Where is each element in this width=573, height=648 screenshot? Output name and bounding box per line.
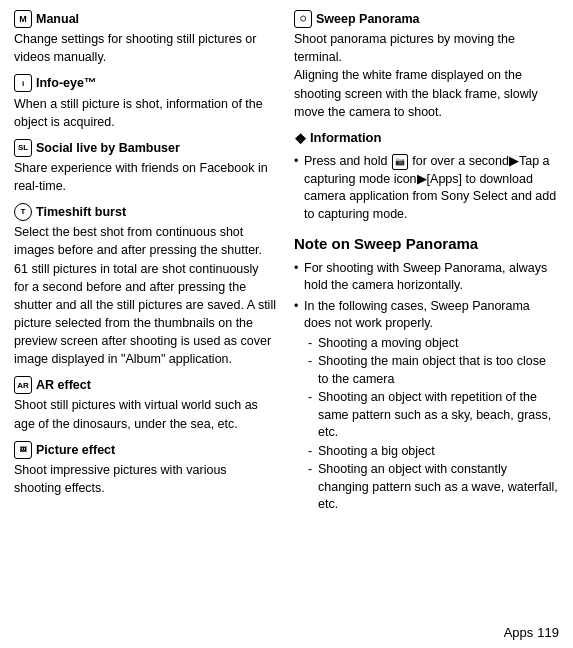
manual-body: Change settings for shooting still pictu… (14, 30, 276, 66)
note-sub-3: Shooting an object with repetition of th… (304, 389, 559, 442)
note-sub-4: Shooting a big object (304, 443, 559, 461)
areffect-body: Shoot still pictures with virtual world … (14, 396, 276, 432)
manual-label: Manual (36, 10, 79, 28)
infoeye-icon: i (14, 74, 32, 92)
timeshift-body: Select the best shot from continuous sho… (14, 223, 276, 368)
infoeye-body: When a still picture is shot, informatio… (14, 95, 276, 131)
information-section: ❖ Information Press and hold 📷 for over … (294, 129, 559, 223)
section-areffect-title: AR AR effect (14, 376, 276, 394)
apps-label: Apps (504, 625, 534, 640)
for-over-text: for over a second (412, 154, 509, 168)
pictureeffect-label: Picture effect (36, 441, 115, 459)
areffect-label: AR effect (36, 376, 91, 394)
information-list: Press and hold 📷 for over a second▶Tap a… (294, 153, 559, 223)
press-hold-text: Press and hold (304, 154, 387, 168)
section-timeshift-title: T Timeshift burst (14, 203, 276, 221)
note-list: For shooting with Sweep Panorama, always… (294, 260, 559, 514)
sweep-body1: Shoot panorama pictures by moving the te… (294, 32, 515, 64)
note-item-1: For shooting with Sweep Panorama, always… (294, 260, 559, 295)
note-title: Note on Sweep Panorama (294, 233, 559, 255)
sweep-label: Sweep Panorama (316, 10, 420, 28)
note-item-1-text: For shooting with Sweep Panorama, always… (304, 261, 547, 293)
information-item-1: Press and hold 📷 for over a second▶Tap a… (294, 153, 559, 223)
information-label: Information (310, 129, 382, 148)
note-item-2-text: In the following cases, Sweep Panorama d… (304, 299, 530, 331)
camera-icon: 📷 (392, 154, 408, 170)
sweep-body2: Aligning the white frame displayed on th… (294, 68, 538, 118)
right-column: ⬡ Sweep Panorama Shoot panorama pictures… (286, 0, 573, 648)
sweep-body: Shoot panorama pictures by moving the te… (294, 30, 559, 121)
infoeye-label: Info-eye™ (36, 74, 96, 92)
diamond-icon: ❖ (294, 129, 307, 149)
section-infoeye-title: i Info-eye™ (14, 74, 276, 92)
note-item-2: In the following cases, Sweep Panorama d… (294, 298, 559, 514)
note-sub-1: Shooting a moving object (304, 335, 559, 353)
timeshift-label: Timeshift burst (36, 203, 126, 221)
areffect-icon: AR (14, 376, 32, 394)
sociallive-icon: SL (14, 139, 32, 157)
sweep-icon: ⬡ (294, 10, 312, 28)
note-sub-5: Shooting an object with constantly chang… (304, 461, 559, 514)
sweep-title: ⬡ Sweep Panorama (294, 10, 559, 28)
page-number: 119 (537, 625, 559, 640)
information-title: ❖ Information (294, 129, 559, 149)
section-pictureeffect-title: 🖼 Picture effect (14, 441, 276, 459)
section-manual-title: M Manual (14, 10, 276, 28)
footer: Apps 119 (504, 625, 559, 640)
pictureeffect-body: Shoot impressive pictures with various s… (14, 461, 276, 497)
arrow2: ▶ (417, 172, 427, 186)
note-section: Note on Sweep Panorama For shooting with… (294, 233, 559, 514)
manual-icon: M (14, 10, 32, 28)
pictureeffect-icon: 🖼 (14, 441, 32, 459)
section-sociallive-title: SL Social live by Bambuser (14, 139, 276, 157)
note-sub-2: Shooting the main object that is too clo… (304, 353, 559, 388)
page-container: M Manual Change settings for shooting st… (0, 0, 573, 648)
sociallive-label: Social live by Bambuser (36, 139, 180, 157)
left-column: M Manual Change settings for shooting st… (0, 0, 286, 648)
sociallive-body: Share experience with friends on Faceboo… (14, 159, 276, 195)
note-sub-list: Shooting a moving object Shooting the ma… (304, 335, 559, 514)
arrow1: ▶ (509, 154, 519, 168)
timeshift-icon: T (14, 203, 32, 221)
